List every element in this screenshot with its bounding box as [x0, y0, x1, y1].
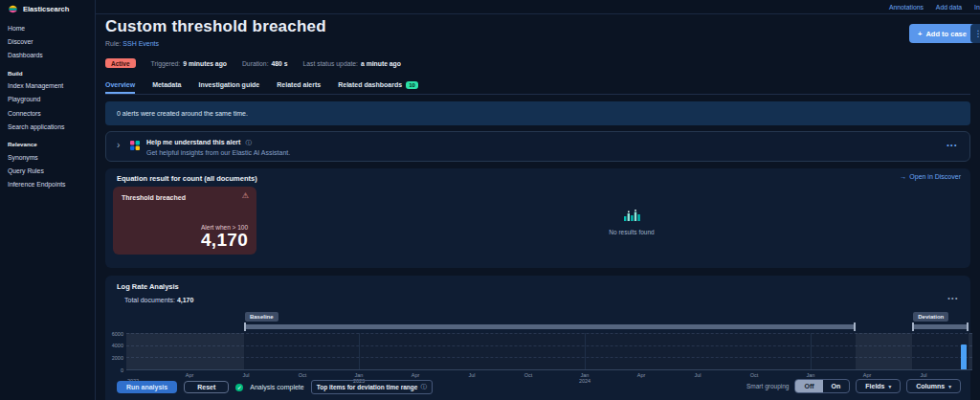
bar-chart-icon [623, 210, 640, 222]
check-circle-icon: ✓ [235, 384, 243, 391]
chart-gridline [126, 333, 972, 334]
smart-grouping-label: Smart grouping [746, 383, 789, 389]
tab-metadata[interactable]: Metadata [152, 76, 181, 94]
assistant-title: Help me understand this alert ⓘ [146, 139, 252, 147]
app-name: Elasticsearch [23, 5, 69, 13]
total-documents-label: Total documents: [124, 297, 175, 303]
brush-baseline[interactable] [244, 324, 856, 329]
last-update-status: Last status update: a minute ago [303, 60, 401, 67]
deviation-range-label: Top items for deviation time range [317, 384, 418, 390]
chart-unselected-veil [856, 333, 912, 369]
x-axis-tick: Apr [627, 372, 656, 378]
x-axis-tick: Oct [740, 372, 768, 378]
threshold-card-title: Threshold breached [122, 194, 186, 201]
brush-deviation[interactable] [912, 324, 968, 329]
topbar-link-add-data[interactable]: Add data [936, 4, 962, 11]
status-badge: Active [105, 58, 136, 68]
threshold-breached-card: Threshold breached ⚠ Alert when > 100 4,… [113, 187, 256, 255]
brush-handle[interactable] [912, 322, 914, 331]
sidebar-item-synonyms[interactable]: Synonyms [0, 150, 95, 164]
page-title: Custom threshold breached [105, 17, 326, 36]
run-analysis-button[interactable]: Run analysis [117, 381, 177, 393]
open-in-discover-link[interactable]: → Open in Discover [900, 173, 961, 180]
chart-gridline [126, 357, 972, 358]
duration-status: Duration: 480 s [242, 60, 288, 67]
chart-vgridline [811, 333, 812, 369]
selection-label-baseline: Baseline [245, 312, 278, 322]
sidebar-item-query-rules[interactable]: Query Rules [0, 165, 95, 178]
tab-related-alerts[interactable]: Related alerts [277, 76, 321, 94]
topbar-link-inspect[interactable]: Inspect [974, 4, 980, 11]
tab-label: Overview [105, 81, 135, 88]
topbar-link-annotations[interactable]: Annotations [889, 4, 924, 11]
x-axis-tick: Jan2024 [570, 372, 599, 385]
add-to-case-button[interactable]: + Add to case [909, 24, 975, 43]
smart-grouping-toggle: Off On [794, 379, 850, 393]
assistant-subtitle: Get helpful insights from our Elastic AI… [146, 149, 290, 156]
x-axis-tick: Jul [683, 372, 712, 378]
fields-dropdown-button[interactable]: Fields ▾ [856, 379, 901, 393]
sidebar-item-discover[interactable]: Discover [0, 34, 95, 48]
sidebar-item-playground[interactable]: Playground [0, 93, 95, 106]
sidebar-item-home[interactable]: Home [0, 21, 95, 34]
toggle-off-button[interactable]: Off [795, 380, 822, 392]
assistant-title-text: Help me understand this alert [146, 139, 240, 145]
columns-label: Columns [916, 383, 945, 389]
ai-assistant-panel[interactable]: › Help me understand this alert ⓘ Get he… [105, 131, 970, 162]
topbar-links: AnnotationsAdd dataInspect [889, 4, 980, 11]
tab-label: Related dashboards [338, 81, 402, 88]
lograte-chart-plot [126, 333, 972, 370]
x-axis-tick: Apr [853, 372, 881, 378]
info-icon[interactable]: ⓘ [420, 383, 427, 391]
chevron-right-icon[interactable]: › [117, 141, 120, 150]
info-icon[interactable]: ⓘ [245, 139, 252, 145]
rule-link[interactable]: SSH Events [122, 40, 159, 47]
sidebar-item-connectors[interactable]: Connectors [0, 106, 95, 120]
chart-unselected-veil [126, 333, 244, 369]
log-rate-menu-button[interactable]: ••• [947, 295, 959, 301]
log-rate-analysis-panel: Log Rate Analysis Total documents: 4,170… [105, 276, 970, 400]
sidebar-item-inference-endpoints[interactable]: Inference Endpoints [0, 178, 95, 191]
toggle-on-button[interactable]: On [823, 380, 850, 392]
x-axis-tick: Apr [175, 372, 204, 378]
chart-gridline [126, 345, 972, 346]
y-axis-tick: 6000 [106, 331, 123, 337]
tab-label: Metadata [152, 81, 181, 88]
y-axis-tick: 2000 [106, 355, 123, 361]
equation-result-panel: Equation result for count (all documents… [105, 168, 970, 268]
tab-investigation-guide[interactable]: Investigation guide [198, 76, 259, 94]
analysis-status-text: Analysis complete [250, 384, 303, 390]
tab-overview[interactable]: Overview [105, 76, 135, 94]
chevron-down-icon: ▾ [889, 384, 892, 389]
rule-line: Rule: SSH Events [105, 40, 159, 47]
app-home-link[interactable]: Elasticsearch [0, 0, 95, 19]
alert-details-page: Elasticsearch HomeDiscoverDashboardsBuil… [0, 0, 980, 400]
more-actions-button[interactable]: ⋮ [970, 24, 980, 43]
sidebar-item-index-management[interactable]: Index Management [0, 79, 95, 93]
x-axis-tick: Jul [457, 372, 486, 378]
arrow-right-icon: → [900, 173, 906, 180]
log-rate-controls-left: Run analysis Reset ✓ Analysis complete T… [117, 380, 433, 394]
columns-dropdown-button[interactable]: Columns ▾ [906, 379, 961, 393]
selection-label-deviation: Deviation [913, 312, 948, 322]
assistant-menu-button[interactable]: ••• [947, 142, 958, 148]
reset-button[interactable]: Reset [184, 381, 229, 393]
tab-related-dashboards[interactable]: Related dashboards10 [338, 76, 418, 94]
sidebar-nav: HomeDiscoverDashboardsBuildIndex Managem… [0, 19, 95, 191]
brush-handle[interactable] [967, 322, 969, 331]
sidebar-item-search-applications[interactable]: Search applications [0, 120, 95, 133]
triggered-label: Triggered: [151, 60, 181, 67]
last-update-value: a minute ago [361, 60, 401, 67]
sidebar: Elasticsearch HomeDiscoverDashboardsBuil… [0, 0, 96, 400]
equation-heading: Equation result for count (all documents… [117, 174, 257, 183]
x-axis-tick: Oct [288, 372, 317, 378]
brush-handle[interactable] [854, 322, 856, 331]
brush-handle[interactable] [244, 322, 246, 331]
ai-assistant-icon [130, 141, 140, 150]
triggered-value: 9 minutes ago [183, 60, 227, 67]
open-in-discover-label: Open in Discover [909, 173, 961, 180]
sidebar-item-dashboards[interactable]: Dashboards [0, 48, 95, 61]
deviation-range-badge[interactable]: Top items for deviation time range ⓘ [311, 380, 433, 394]
triggered-status: Triggered: 9 minutes ago [151, 60, 227, 67]
alerts-context-banner: 0 alerts were created around the same ti… [105, 101, 970, 125]
